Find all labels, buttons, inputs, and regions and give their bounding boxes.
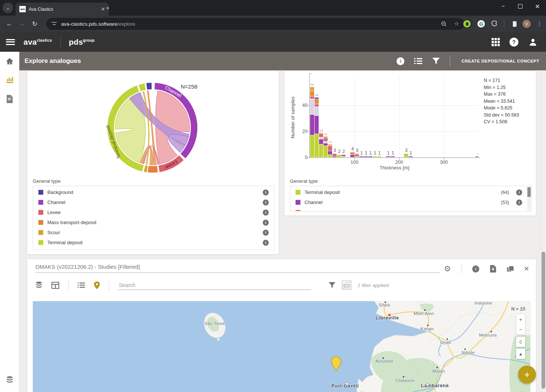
url-bar[interactable]: ava-clastics.pds.software/explore xyxy=(46,18,464,30)
histogram-plot[interactable]: 020401002003005446191610322431111111311 xyxy=(310,76,479,157)
zoom-out-icon[interactable] xyxy=(441,21,447,27)
sidebar-home-icon[interactable] xyxy=(0,54,19,68)
info-icon[interactable] xyxy=(263,220,269,226)
back-button[interactable] xyxy=(3,20,16,28)
extensions-puzzle-icon[interactable] xyxy=(491,20,498,28)
y-axis-label: Number of samples xyxy=(290,80,296,155)
legend-row[interactable]: Terminal deposit xyxy=(33,238,274,248)
list-view-icon[interactable] xyxy=(78,282,85,288)
info-icon[interactable] xyxy=(263,210,269,216)
histogram-card: 020401002003005446191610322431111111311 … xyxy=(284,71,536,216)
map-view-icon-active[interactable] xyxy=(94,281,100,289)
info-icon[interactable] xyxy=(263,200,269,205)
filter-icon[interactable] xyxy=(432,57,440,65)
studies-panel: DMAKS (v20221206.2) - Studies [Filtered]… xyxy=(27,259,536,392)
panel-info-icon[interactable] xyxy=(472,265,479,273)
map-place-label: Ndjole xyxy=(461,350,474,355)
side-panel-icon[interactable] xyxy=(510,21,517,27)
map-town-dot xyxy=(403,376,404,377)
sidebar-database-icon[interactable] xyxy=(0,373,19,388)
map-town-dot xyxy=(490,331,492,332)
forward-button[interactable] xyxy=(16,20,28,28)
map-town-dot xyxy=(427,325,429,326)
legend-row[interactable]: Background xyxy=(33,187,274,197)
reload-button[interactable] xyxy=(28,20,41,28)
chord-diagram[interactable]: ChannelLeveeTerminal deposit xyxy=(27,71,279,183)
data-source-icon[interactable] xyxy=(35,281,42,289)
url-text: ava-clastics.pds.software/explore xyxy=(61,21,135,27)
hist-legend-title: General type xyxy=(290,178,318,184)
search-input[interactable] xyxy=(118,281,311,290)
terrain-icon[interactable] xyxy=(516,349,525,359)
adblock-extension-icon[interactable] xyxy=(463,19,471,28)
sidebar-document-icon[interactable] xyxy=(0,92,19,106)
swatch xyxy=(38,210,43,215)
map-place-label: Malari xyxy=(432,369,445,373)
map-town-dot xyxy=(424,309,426,311)
info-icon[interactable] xyxy=(263,189,269,195)
legend-row[interactable] xyxy=(290,207,531,211)
map-place-label: Lambaréné xyxy=(421,383,449,388)
browser-menu-icon[interactable] xyxy=(537,20,542,27)
bookmark-star-icon[interactable] xyxy=(454,20,459,27)
map-town-dot xyxy=(436,367,438,368)
help-icon[interactable]: ? xyxy=(509,38,518,47)
lithology-pattern-icon[interactable] xyxy=(342,280,351,290)
page-info-icon[interactable]: i xyxy=(397,57,404,65)
legend-row[interactable]: Levee xyxy=(33,207,274,217)
filter-applied-text: 1 filter applied xyxy=(357,283,389,288)
window-close-button[interactable] xyxy=(529,0,546,13)
panel-close-icon[interactable] xyxy=(524,265,529,273)
zoom-in-button[interactable] xyxy=(516,314,525,324)
locate-icon[interactable] xyxy=(516,337,525,347)
browser-tab-strip: ava Ava Clastics xyxy=(0,0,546,16)
map-place-label: Kango xyxy=(420,326,433,331)
map-town-ring xyxy=(426,383,429,386)
duplicate-icon[interactable] xyxy=(507,266,513,272)
legend-row[interactable]: Channel(53) xyxy=(290,197,531,207)
app-bar: avaclastics pdsgroup ? xyxy=(0,32,546,52)
sidebar-charts-icon-active[interactable] xyxy=(0,72,19,87)
legend-row[interactable]: Mass transport deposit xyxy=(33,217,274,227)
account-icon[interactable] xyxy=(528,37,538,47)
grammarly-extension-icon[interactable]: G xyxy=(477,20,485,28)
profile-avatar[interactable]: V xyxy=(523,20,531,28)
map-place-label: Indoume xyxy=(474,301,492,305)
table-view-icon[interactable] xyxy=(51,282,59,289)
x-axis-label: Thickness [m] xyxy=(310,165,479,170)
export-download-icon[interactable] xyxy=(490,265,496,273)
legend-list-icon[interactable] xyxy=(414,57,422,65)
page-scrollbar-thumb[interactable] xyxy=(542,252,545,389)
zoom-out-button[interactable] xyxy=(516,324,525,334)
pds-group-logo: pdsgroup xyxy=(69,38,95,47)
new-tab-button[interactable] xyxy=(106,4,110,12)
panel-title[interactable]: DMAKS (v20221206.2) - Studies [Filtered] xyxy=(35,264,440,273)
legend-row[interactable]: Channel xyxy=(33,197,274,207)
info-icon[interactable] xyxy=(263,230,269,236)
map[interactable]: São ToméSifalaIndoumeMbel AlenLibreville… xyxy=(33,301,530,392)
map-place-label: Metouna xyxy=(479,333,497,337)
site-info-icon[interactable] xyxy=(51,21,57,27)
map-place-label: Oyan xyxy=(440,340,451,345)
hamburger-menu-icon[interactable] xyxy=(6,39,15,45)
settings-gear-icon[interactable] xyxy=(444,264,451,273)
add-button-fab[interactable] xyxy=(518,366,536,383)
info-icon[interactable] xyxy=(516,200,522,205)
browser-tab[interactable]: ava Ava Clastics xyxy=(16,3,109,16)
info-icon[interactable] xyxy=(516,189,522,195)
page-title: Explore analogues xyxy=(25,57,81,65)
tab-close-icon[interactable] xyxy=(101,6,105,12)
legend-row[interactable]: Scour xyxy=(33,227,274,238)
window-maximize-button[interactable] xyxy=(512,0,529,13)
map-town-dot xyxy=(464,348,466,350)
info-icon[interactable] xyxy=(263,240,269,246)
legend-scrollbar[interactable] xyxy=(527,187,531,211)
legend-row[interactable]: Terminal deposit(64) xyxy=(290,187,531,197)
create-depositional-concept-button[interactable]: CREATE DEPOSITIONAL CONCEPT xyxy=(461,59,539,63)
apps-grid-icon[interactable] xyxy=(492,38,500,46)
map-capital-dot xyxy=(388,313,391,317)
window-minimize-button[interactable] xyxy=(495,0,512,13)
panel-filter-icon[interactable] xyxy=(328,282,336,289)
swatch xyxy=(38,240,43,245)
tab-search-chevron-icon[interactable] xyxy=(3,3,13,13)
